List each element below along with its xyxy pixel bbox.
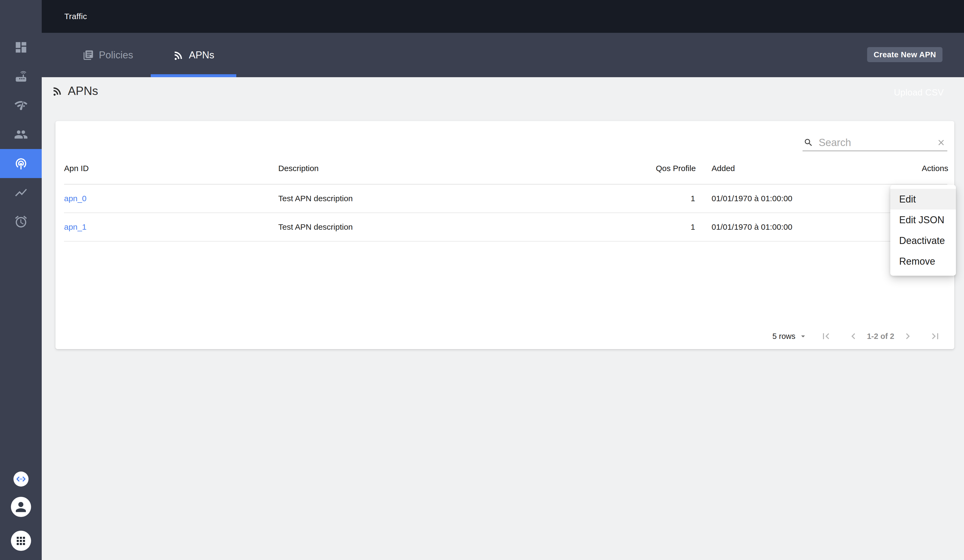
rows-per-page-select[interactable]: 5 rows (772, 332, 808, 341)
dropdown-caret-icon (798, 332, 808, 341)
tab-policies[interactable]: Policies (65, 33, 151, 77)
first-page-icon (820, 330, 832, 342)
network-check-icon (14, 99, 28, 112)
pagination-range-label: 1-2 of 2 (867, 332, 894, 341)
account-person-icon (13, 500, 29, 515)
apn-qos-profile: 1 (656, 184, 695, 213)
metrics-chart-icon (14, 186, 28, 200)
policies-book-icon (83, 49, 94, 61)
tabs: Policies APNs (65, 33, 964, 77)
sidebar-item-equipment[interactable] (0, 62, 42, 91)
apn-link[interactable]: apn_0 (64, 194, 86, 203)
dashboard-icon (14, 41, 28, 54)
sidebar-item-subscribers[interactable] (0, 120, 42, 149)
column-header-qos-profile: Qos Profile (656, 153, 695, 184)
traffic-tethering-icon (14, 157, 28, 170)
content-area: APNs Upload CSV Apn ID Description (42, 77, 964, 560)
apn-added-date: 01/01/1970 à 01:00:00 (695, 213, 922, 241)
clear-search-icon[interactable] (936, 138, 946, 147)
api-code-icon (16, 474, 26, 484)
menu-item-edit-json[interactable]: Edit JSON (890, 209, 956, 230)
alarm-clock-icon (14, 215, 28, 229)
table-pagination: 5 rows 1-2 of 2 (55, 323, 954, 349)
menu-item-deactivate[interactable]: Deactivate (890, 230, 956, 251)
apps-grid-icon (15, 535, 27, 547)
search-input[interactable] (819, 137, 936, 148)
tab-apns-label: APNs (189, 49, 215, 61)
apn-description: Test APN description (278, 184, 656, 213)
sidebar-item-metrics[interactable] (0, 178, 42, 207)
column-header-apn-id: Apn ID (64, 153, 278, 184)
menu-item-edit[interactable]: Edit (890, 189, 956, 209)
sidebar (0, 0, 42, 560)
column-header-actions: Actions (922, 153, 947, 184)
apps-grid-button[interactable] (11, 531, 31, 551)
sidebar-item-network[interactable] (0, 91, 42, 120)
chevron-right-icon (902, 330, 914, 342)
page-header: APNs (52, 84, 98, 97)
apn-description: Test APN description (278, 213, 656, 241)
table-search (803, 135, 947, 151)
table-row: apn_0 Test APN description 1 01/01/1970 … (64, 184, 947, 213)
sidebar-nav (0, 33, 42, 236)
subscribers-people-icon (14, 128, 28, 141)
tabbar: Policies APNs Create New APN (42, 33, 964, 77)
api-docs-button[interactable] (13, 471, 29, 487)
last-page-icon (929, 330, 941, 342)
chevron-left-icon (847, 330, 859, 342)
menu-item-remove[interactable]: Remove (890, 251, 956, 272)
row-actions-menu: Edit Edit JSON Deactivate Remove (890, 185, 956, 276)
sidebar-item-dashboard[interactable] (0, 33, 42, 62)
router-icon (14, 70, 28, 83)
sidebar-item-traffic[interactable] (0, 149, 42, 178)
table-row: apn_1 Test APN description 1 01/01/1970 … (64, 213, 947, 241)
create-new-apn-button[interactable]: Create New APN (867, 47, 943, 62)
apns-rss-icon (173, 49, 184, 61)
apn-added-date: 01/01/1970 à 01:00:00 (695, 184, 922, 213)
previous-page-button[interactable] (847, 330, 859, 342)
rows-per-page-label: 5 rows (772, 332, 795, 341)
account-button[interactable] (11, 497, 31, 517)
last-page-button[interactable] (929, 330, 941, 342)
page-heading: APNs (68, 84, 98, 97)
next-page-button[interactable] (902, 330, 914, 342)
rss-icon (52, 85, 63, 97)
apn-qos-profile: 1 (656, 213, 695, 241)
apns-table-card: Apn ID Description Qos Profile Added Act… (55, 121, 954, 349)
sidebar-item-alerts[interactable] (0, 207, 42, 236)
apn-link[interactable]: apn_1 (64, 222, 86, 231)
page-title: Traffic (64, 12, 87, 21)
column-header-description: Description (278, 153, 656, 184)
topbar: Traffic (42, 0, 964, 33)
tab-apns[interactable]: APNs (151, 33, 236, 77)
apns-table: Apn ID Description Qos Profile Added Act… (64, 153, 947, 242)
upload-csv-button[interactable]: Upload CSV (894, 88, 944, 97)
search-icon (804, 138, 813, 148)
first-page-button[interactable] (820, 330, 832, 342)
column-header-added: Added (695, 153, 922, 184)
tab-policies-label: Policies (99, 49, 133, 61)
table-header-row: Apn ID Description Qos Profile Added Act… (64, 153, 947, 184)
